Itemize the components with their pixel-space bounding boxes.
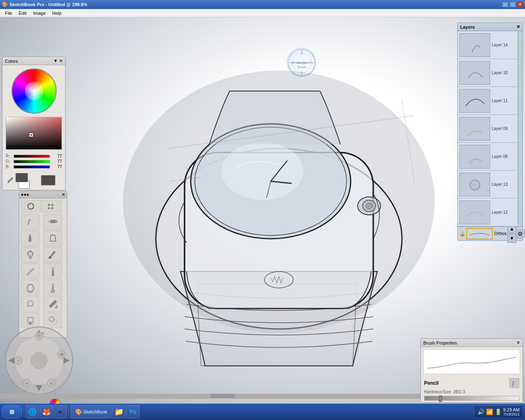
g-slider[interactable]: [14, 160, 50, 163]
clock-area[interactable]: 9:29 AM 7/19/2011: [503, 407, 520, 416]
layer-action-buttons: ▲ ▼: [507, 224, 516, 243]
svg-point-5: [221, 142, 304, 200]
brush-grid-view[interactable]: [41, 200, 61, 212]
g-label: G:: [6, 159, 12, 164]
brush-grid: [19, 212, 67, 330]
layer-settings-btn[interactable]: ⚙: [517, 229, 523, 238]
layer-item-08[interactable]: Layer 08: [458, 143, 523, 171]
b-slider[interactable]: [14, 165, 50, 169]
tray-icon-3[interactable]: 🔋: [495, 409, 502, 415]
brush-item-smudge[interactable]: [21, 263, 39, 279]
svg-text:Brush: Brush: [298, 65, 306, 69]
canvas-hscroll-thumb[interactable]: [210, 394, 235, 398]
canvas-hscroll[interactable]: [0, 394, 420, 399]
brush-circle-view[interactable]: [21, 200, 41, 212]
help-menu[interactable]: Help: [49, 10, 65, 16]
taskbar: ⊞ 🌐 🦊 » 🎨 SketchBook 📁 Ps 🔊 📶 🔋 9:29 AM …: [0, 404, 525, 420]
tray-icon-2[interactable]: 📶: [486, 409, 493, 415]
layer-item-14[interactable]: Layer 14: [458, 31, 523, 59]
layer-thumb-11: [459, 89, 490, 113]
layer-thumb-08: [459, 145, 490, 169]
color-wheel-cursor: [34, 91, 38, 95]
color-wheel[interactable]: [11, 68, 57, 114]
r-slider[interactable]: [14, 155, 50, 158]
brush-panel-close[interactable]: ✕: [62, 192, 65, 197]
layer-item-10[interactable]: Layer 10: [458, 59, 523, 87]
brush-type-icon[interactable]: [509, 378, 519, 388]
taskbar-divider-2: [68, 406, 69, 418]
layers-close-btn[interactable]: ✕: [516, 24, 520, 30]
brush-name-label: Pencil: [424, 380, 438, 386]
layer-thumb-10: [459, 61, 490, 85]
tray-icon-1[interactable]: 🔊: [477, 409, 484, 415]
brush-item-texture[interactable]: [43, 280, 62, 295]
layer-item-09[interactable]: Layer 09: [458, 115, 523, 143]
layers-scroll-area: Layer 14 Layer 10 Layer 11: [458, 31, 523, 226]
hs-gradient-box[interactable]: [6, 117, 62, 150]
active-layer-area: 🔒 Orthos: [459, 228, 507, 240]
color-wheel-inner: [25, 82, 43, 100]
layers-scrollbar[interactable]: [518, 31, 523, 226]
system-tray: 🔊 📶 🔋 9:29 AM 7/19/2011: [474, 405, 523, 418]
title-bar: 🎨 SketchBook Pro - Untitled @ 199.8% − □…: [0, 0, 525, 9]
brush-item-blend[interactable]: [43, 263, 62, 279]
brush-item-marker[interactable]: [21, 231, 39, 246]
brush-panel: ●●● ✕: [19, 191, 67, 338]
colors-collapse-btn[interactable]: ▼: [53, 58, 58, 64]
layer-item-11[interactable]: Layer 11: [458, 87, 523, 115]
brush-item-eraser[interactable]: [21, 280, 39, 295]
brush-item-lasso[interactable]: [21, 296, 39, 312]
svg-text:⟲: ⟲: [60, 352, 64, 357]
close-button[interactable]: ✕: [517, 2, 523, 7]
file-menu[interactable]: File: [2, 10, 16, 16]
brush-item-fill[interactable]: [43, 296, 62, 312]
layer-name-14: Layer 14: [492, 43, 508, 47]
brush-item-pencil[interactable]: [21, 214, 39, 230]
start-button[interactable]: ⊞: [2, 405, 22, 418]
taskbar-more-icon[interactable]: »: [54, 405, 67, 418]
svg-rect-26: [51, 204, 53, 206]
layer-thumb-14: [459, 33, 490, 57]
layers-title: Layers: [460, 25, 475, 30]
foreground-color[interactable]: [16, 173, 28, 182]
layer-move-down-btn[interactable]: ▼: [507, 234, 516, 243]
minimize-button[interactable]: −: [502, 2, 509, 7]
taskbar-explorer-icon[interactable]: 📁: [112, 405, 126, 418]
svg-point-33: [49, 256, 51, 259]
svg-point-24: [28, 203, 34, 209]
layer-name-08: Layer 08: [492, 154, 508, 159]
hardness-size-label: Hardness/Size: 2B/2.3: [424, 390, 519, 394]
layers-bottom-bar: 🔒 Orthos ▲ ▼ ⚙ ▼: [458, 226, 523, 240]
svg-rect-28: [51, 207, 53, 209]
taskbar-sketchbook-icon[interactable]: 🎨 SketchBook: [71, 405, 112, 418]
layer-name-11: Layer 11: [492, 98, 508, 103]
image-menu[interactable]: Image: [30, 10, 49, 16]
color-wheel-container[interactable]: [2, 65, 65, 117]
layer-name-13: Layer 13: [492, 182, 508, 187]
eyedropper-tool[interactable]: [6, 176, 14, 185]
color-sliders: R: 77 G: 77 B: 77: [2, 151, 65, 171]
maximize-button[interactable]: □: [509, 2, 516, 7]
layer-name-09: Layer 09: [492, 126, 508, 131]
brush-item-chisel[interactable]: [43, 231, 62, 246]
taskbar-photoshop-icon[interactable]: Ps: [126, 405, 139, 418]
edit-menu[interactable]: Edit: [16, 10, 30, 16]
layer-item-12[interactable]: Layer 12: [458, 199, 523, 226]
brush-name-row: Pencil: [424, 378, 519, 388]
brush-item-airbrush[interactable]: [43, 214, 62, 230]
window-controls: − □ ✕: [502, 2, 523, 7]
current-color-swatch: [41, 175, 55, 185]
size-slider[interactable]: [424, 396, 519, 401]
brush-props-close-btn[interactable]: ✕: [516, 340, 520, 345]
color-swatch-area: [16, 173, 36, 187]
brush-item-pen[interactable]: [21, 247, 39, 262]
taskbar-ie-icon[interactable]: 🌐: [26, 405, 39, 418]
brush-info: Pencil Hardness/Size: 2B/2.3: [421, 377, 523, 402]
colors-close-btn[interactable]: ✕: [59, 58, 63, 64]
layer-thumb-13: [459, 173, 490, 196]
layer-name-10: Layer 10: [492, 71, 508, 75]
layer-item-13[interactable]: Layer 13: [458, 171, 523, 199]
brush-props-panel: Brush Properties ✕ Pencil Hardness/Size:…: [420, 338, 523, 403]
brush-item-brush2[interactable]: [43, 247, 62, 262]
taskbar-firefox-icon[interactable]: 🦊: [40, 405, 53, 418]
